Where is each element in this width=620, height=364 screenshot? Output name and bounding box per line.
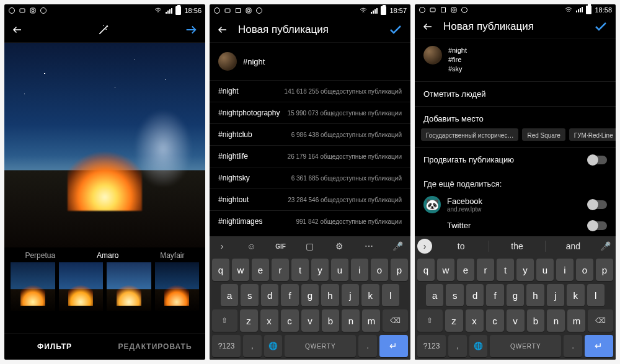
key[interactable]: p — [596, 259, 613, 281]
key[interactable]: n — [547, 309, 565, 332]
clipboard-icon[interactable]: ▢ — [301, 241, 319, 251]
key[interactable]: v — [507, 309, 525, 332]
filter-label[interactable]: Mayfair — [160, 251, 184, 260]
gif-icon[interactable]: GIF — [272, 243, 290, 250]
key[interactable]: r — [477, 259, 494, 281]
key[interactable]: z — [445, 309, 463, 332]
key[interactable]: o — [576, 259, 593, 281]
hashtag-suggestion[interactable]: #nightclub6 986 438 общедоступных публик… — [210, 123, 410, 145]
key[interactable]: s — [241, 284, 258, 306]
key[interactable]: f — [486, 284, 503, 306]
language-key[interactable]: 🌐 — [469, 335, 488, 357]
toggle[interactable] — [588, 221, 607, 230]
key[interactable]: z — [240, 309, 258, 332]
backspace-key[interactable]: ⌫ — [383, 309, 408, 332]
key[interactable]: u — [331, 259, 348, 281]
filter-thumb[interactable] — [11, 262, 55, 311]
key[interactable]: w — [232, 259, 249, 281]
share-twitter[interactable]: Twitter — [415, 220, 616, 236]
photo-thumb[interactable] — [585, 46, 607, 68]
space-key[interactable]: QWERTY — [490, 335, 561, 357]
sticker-icon[interactable]: ☺ — [242, 241, 260, 251]
key[interactable]: r — [272, 259, 289, 281]
hashtag-suggestion[interactable]: #nightout23 284 546 общедоступных публик… — [210, 189, 410, 210]
key[interactable]: d — [261, 284, 278, 306]
filter-thumb[interactable] — [59, 262, 104, 311]
symbols-key[interactable]: ?123 — [212, 335, 241, 357]
key[interactable]: q — [417, 259, 435, 281]
back-icon[interactable] — [12, 24, 23, 35]
promote-option[interactable]: Продвигать публикацию — [415, 147, 616, 172]
caption-input[interactable]: #night #fire #sky — [448, 46, 578, 74]
key[interactable]: m — [567, 309, 585, 332]
filter-label-active[interactable]: Amaro — [97, 251, 118, 260]
mic-icon[interactable]: 🎤 — [598, 241, 613, 251]
space-key[interactable]: QWERTY — [285, 335, 356, 357]
key[interactable]: d — [466, 284, 484, 306]
place-chip[interactable]: ГУМ·Red·Line — [569, 128, 616, 141]
photo-thumb[interactable] — [379, 50, 402, 73]
comma-key[interactable]: , — [448, 335, 467, 357]
shift-key[interactable]: ⇧ — [417, 309, 443, 332]
enter-key[interactable]: ↵ — [585, 335, 613, 357]
key[interactable]: t — [497, 259, 514, 281]
enter-key[interactable]: ↵ — [379, 335, 408, 357]
key[interactable]: l — [382, 284, 399, 306]
chevron-right-icon[interactable]: › — [213, 241, 231, 251]
filter-thumb[interactable] — [107, 262, 151, 311]
key[interactable]: p — [391, 259, 408, 281]
key[interactable]: y — [311, 259, 329, 281]
key[interactable]: g — [301, 284, 319, 306]
key[interactable]: h — [526, 284, 544, 306]
key[interactable]: e — [252, 259, 269, 281]
back-icon[interactable] — [217, 24, 228, 35]
kb-suggestion[interactable]: the — [492, 241, 542, 251]
key[interactable]: i — [556, 259, 574, 281]
hashtag-suggestion[interactable]: #night141 618 255 общедоступных публикац… — [210, 80, 410, 102]
caption-input[interactable]: #night — [243, 57, 373, 66]
next-icon[interactable] — [184, 23, 198, 37]
key[interactable]: x — [466, 309, 484, 332]
key[interactable]: n — [342, 309, 360, 332]
confirm-icon[interactable] — [593, 19, 608, 34]
key[interactable]: g — [507, 284, 524, 306]
hashtag-suggestion[interactable]: #nightlife26 179 164 общедоступные публи… — [210, 145, 410, 167]
magic-wand-icon[interactable] — [97, 24, 110, 36]
period-key[interactable]: . — [358, 335, 377, 357]
key[interactable]: m — [362, 309, 380, 332]
key[interactable]: s — [446, 284, 463, 306]
key[interactable]: b — [322, 309, 340, 332]
period-key[interactable]: . — [564, 335, 582, 357]
key[interactable]: a — [426, 284, 443, 306]
filter-label[interactable]: Perpetua — [25, 251, 55, 260]
tab-edit[interactable]: РЕДАКТИРОВАТЬ — [105, 334, 205, 360]
filter-thumb[interactable] — [155, 262, 200, 311]
key[interactable]: h — [321, 284, 339, 306]
key[interactable]: c — [486, 309, 504, 332]
key[interactable]: w — [437, 259, 454, 281]
toggle[interactable] — [588, 200, 607, 209]
key[interactable]: i — [351, 259, 368, 281]
key[interactable]: o — [371, 259, 388, 281]
chevron-right-icon[interactable]: › — [417, 239, 432, 254]
key[interactable]: a — [221, 284, 238, 306]
back-icon[interactable] — [422, 21, 433, 32]
photo-preview[interactable] — [4, 43, 205, 247]
add-place-option[interactable]: Добавить место — [415, 106, 616, 128]
toggle[interactable] — [588, 156, 607, 164]
language-key[interactable]: 🌐 — [264, 335, 283, 357]
key[interactable]: e — [457, 259, 474, 281]
confirm-icon[interactable] — [388, 22, 403, 37]
comma-key[interactable]: , — [243, 335, 262, 357]
key[interactable]: k — [361, 284, 379, 306]
more-icon[interactable]: ⋯ — [360, 241, 378, 251]
key[interactable]: j — [547, 284, 564, 306]
key[interactable]: l — [587, 284, 604, 306]
key[interactable]: y — [516, 259, 534, 281]
place-chip[interactable]: Государственный историчес… — [421, 128, 518, 141]
hashtag-suggestion[interactable]: #nightimages991 842 общедоступные публик… — [210, 210, 410, 232]
mic-icon[interactable]: 🎤 — [389, 241, 407, 251]
key[interactable]: u — [536, 259, 554, 281]
shift-key[interactable]: ⇧ — [212, 309, 237, 332]
backspace-key[interactable]: ⌫ — [588, 309, 613, 332]
